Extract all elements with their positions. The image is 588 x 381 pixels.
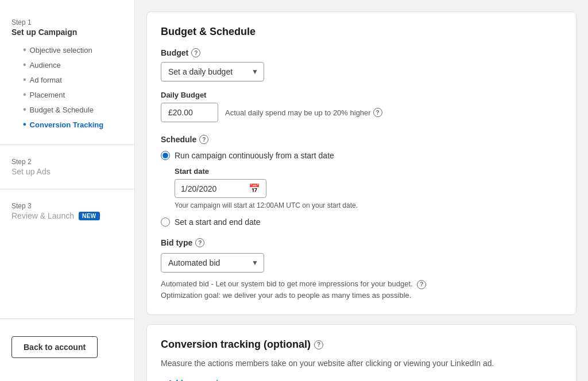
budget-hint-help-icon[interactable]: ? <box>373 108 382 117</box>
sidebar-item-audience[interactable]: Audience <box>16 57 123 72</box>
sidebar-divider-2 <box>0 189 134 189</box>
conversion-tracking-card: Conversion tracking (optional) ? Measure… <box>146 324 577 381</box>
budget-select[interactable]: Set a daily budget Set a lifetime budget <box>161 62 264 81</box>
start-date-label: Start date <box>175 167 562 176</box>
bid-select-wrapper: Automated bid Maximum CPM Target CPM ▼ <box>161 253 264 273</box>
schedule-section: Schedule ? Run campaign continuously fro… <box>161 135 562 227</box>
daily-budget-section: Daily Budget Actual daily spend may be u… <box>161 91 562 122</box>
start-date-value: 1/20/2020 <box>181 184 244 193</box>
back-to-account-button[interactable]: Back to account <box>11 336 98 358</box>
budget-help-icon[interactable]: ? <box>191 48 200 57</box>
date-input-wrapper[interactable]: 1/20/2020 📅 <box>175 179 266 198</box>
bid-type-label: Bid type ? <box>161 238 562 247</box>
bid-description: Automated bid - Let our system bid to ge… <box>161 278 562 301</box>
daily-budget-row: Actual daily spend may be up to 20% high… <box>161 103 562 122</box>
step3-title: Review & Launch <box>11 211 74 220</box>
bid-select[interactable]: Automated bid Maximum CPM Target CPM <box>161 253 264 273</box>
radio-start-end-input[interactable] <box>161 217 170 227</box>
radio-start-end[interactable]: Set a start and end date <box>161 217 562 227</box>
bid-type-section: Bid type ? Automated bid Maximum CPM Tar… <box>161 238 562 301</box>
sidebar-item-ad-format[interactable]: Ad format <box>16 72 123 87</box>
radio-continuous[interactable]: Run campaign continuously from a start d… <box>161 151 562 160</box>
sidebar-nav: Objective selection Audience Ad format P… <box>11 42 123 132</box>
bid-description-line2: Optimization goal: we deliver your ads t… <box>161 290 562 301</box>
conversion-help-icon[interactable]: ? <box>314 340 323 349</box>
schedule-label: Schedule ? <box>161 135 562 144</box>
sidebar-divider-3 <box>0 318 134 319</box>
conversion-tracking-title: Conversion tracking (optional) ? <box>161 339 562 351</box>
bid-description-line1: Automated bid - Let our system bid to ge… <box>161 278 562 290</box>
bid-type-help-icon[interactable]: ? <box>195 238 204 247</box>
budget-select-wrapper: Set a daily budget Set a lifetime budget… <box>161 62 264 81</box>
schedule-help-icon[interactable]: ? <box>199 135 208 144</box>
sidebar-step2: Step 2 Set up Ads <box>0 151 134 183</box>
bid-desc-help-icon[interactable]: ? <box>417 280 426 289</box>
sidebar-item-budget-schedule[interactable]: Budget & Schedule <box>16 102 123 117</box>
daily-budget-hint: Actual daily spend may be up to 20% high… <box>225 108 382 117</box>
step1-title: Set up Campaign <box>11 28 123 37</box>
sidebar-divider-1 <box>0 145 134 145</box>
step2-title: Set up Ads <box>11 167 123 176</box>
budget-schedule-card: Budget & Schedule Budget ? Set a daily b… <box>146 11 577 315</box>
budget-field: Budget ? Set a daily budget Set a lifeti… <box>161 48 562 81</box>
calendar-icon: 📅 <box>249 183 260 194</box>
step1-label: Step 1 <box>11 18 123 26</box>
conversion-description: Measure the actions members take on your… <box>161 357 562 370</box>
sidebar-step1: Step 1 Set up Campaign Objective selecti… <box>0 11 134 139</box>
start-date-hint: Your campaign will start at 12:00AM UTC … <box>175 201 562 209</box>
main-content: Budget & Schedule Budget ? Set a daily b… <box>135 0 588 381</box>
sidebar-step3: Step 3 Review & Launch NEW <box>0 195 134 227</box>
step2-label: Step 2 <box>11 158 123 166</box>
budget-label: Budget ? <box>161 48 562 57</box>
sidebar-item-objective-selection[interactable]: Objective selection <box>16 42 123 57</box>
daily-budget-label: Daily Budget <box>161 91 562 99</box>
new-badge: NEW <box>79 212 100 220</box>
start-date-section: Start date 1/20/2020 📅 Your campaign wil… <box>175 167 562 209</box>
daily-budget-input[interactable] <box>161 103 218 122</box>
sidebar-item-conversion-tracking[interactable]: Conversion Tracking <box>16 117 123 132</box>
sidebar-item-placement[interactable]: Placement <box>16 87 123 102</box>
step3-label: Step 3 <box>11 202 100 210</box>
sidebar-bottom: Back to account <box>0 313 134 370</box>
radio-continuous-input[interactable] <box>161 151 170 160</box>
budget-schedule-title: Budget & Schedule <box>161 26 562 38</box>
sidebar: Step 1 Set up Campaign Objective selecti… <box>0 0 135 381</box>
add-conversions-button[interactable]: + Add conversions <box>161 379 233 381</box>
